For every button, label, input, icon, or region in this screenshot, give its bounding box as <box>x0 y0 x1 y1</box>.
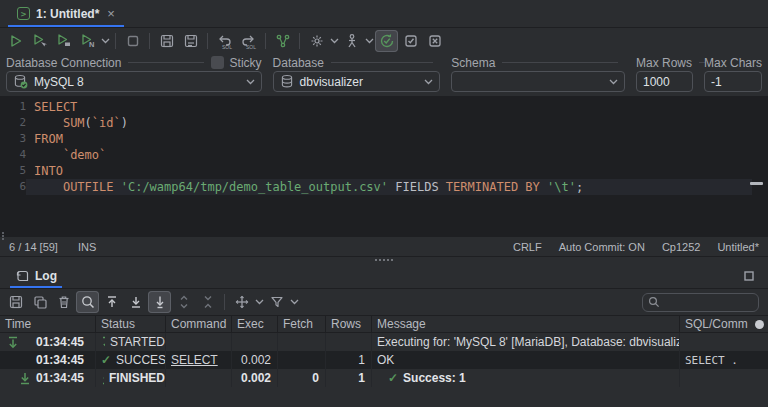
message-value: Success: 1 <box>403 371 466 385</box>
sql-keyword: BY <box>525 180 539 194</box>
chevron-down-icon <box>246 79 255 85</box>
panel-drag-handle-icon[interactable] <box>2 232 4 234</box>
database-select[interactable]: dbvisualizer <box>273 71 441 92</box>
find-log-button[interactable] <box>76 291 99 313</box>
toolbar-separator <box>224 294 225 310</box>
scrollbar-position-marker[interactable] <box>750 182 763 185</box>
line-number: 1 <box>0 99 26 115</box>
filter-button[interactable] <box>265 291 288 313</box>
code-line: 4 `demo` <box>0 147 752 163</box>
column-header-exec[interactable]: Exec <box>232 316 278 332</box>
max-chars-input[interactable] <box>711 75 755 89</box>
column-header-message[interactable]: Message <box>372 316 680 332</box>
save-button[interactable] <box>155 30 178 52</box>
schema-group: Schema <box>451 56 625 92</box>
schema-select[interactable] <box>451 71 625 92</box>
connection-select[interactable]: MySQL 8 <box>6 71 262 92</box>
client-session-chevron[interactable] <box>364 31 374 51</box>
autocommit-status[interactable]: Auto Commit: ON <box>559 241 645 253</box>
commit-button[interactable] <box>271 30 294 52</box>
finished-icon <box>19 372 31 385</box>
maximize-panel-button[interactable] <box>740 267 758 285</box>
chevron-down-icon <box>101 38 110 44</box>
divider <box>128 62 203 63</box>
filter-chevron[interactable] <box>289 292 299 312</box>
cell-sql <box>680 369 768 387</box>
autocommit-toggle-button[interactable] <box>375 30 398 52</box>
execute-explain-button[interactable]: N <box>76 30 99 52</box>
cell-exec: 0.002 <box>232 369 278 387</box>
line-number: 4 <box>0 147 26 163</box>
copy-log-button[interactable] <box>28 291 51 313</box>
database-value: dbvisualizer <box>300 75 419 89</box>
collapse-rows-button[interactable] <box>196 291 219 313</box>
stop-button[interactable] <box>121 30 144 52</box>
column-header-command[interactable]: Command <box>166 316 232 332</box>
sql-keyword: INTO <box>34 164 63 178</box>
toolbar-separator <box>115 33 116 49</box>
close-results-button[interactable] <box>423 30 446 52</box>
column-header-time[interactable]: Time <box>0 316 96 332</box>
svg-text:SQL: SQL <box>222 44 232 50</box>
line-ending[interactable]: CRLF <box>513 241 542 253</box>
log-row-finished[interactable]: 01:34:45 FINISHED 0.002 0 1 ✓ Success: 1 <box>0 369 768 387</box>
column-header-rows[interactable]: Rows <box>326 316 372 332</box>
sql-text <box>34 116 63 130</box>
cell-time: 01:34:45 <box>0 351 96 369</box>
fit-columns-chevron[interactable] <box>254 292 264 312</box>
sql-text <box>439 180 446 194</box>
execute-explain-icon: N <box>80 33 96 49</box>
sql-editor[interactable]: 1 SELECT 2 SUM(`id`) 3 FROM 4 `demo` 5 I… <box>0 96 768 237</box>
client-session-button[interactable] <box>340 30 363 52</box>
execute-options-chevron[interactable] <box>100 31 110 51</box>
table-settings-icon[interactable] <box>755 320 764 329</box>
sql-text: ( <box>85 116 92 130</box>
command-link[interactable]: SELECT <box>171 353 218 367</box>
fit-columns-button[interactable] <box>230 291 253 313</box>
log-row-started[interactable]: 01:34:45 STARTED Executing for: 'MySQL 8… <box>0 333 768 351</box>
tab-untitled[interactable]: > 1: Untitled* × <box>8 0 124 27</box>
max-rows-input[interactable] <box>643 75 686 89</box>
scroll-to-bottom-button[interactable] <box>124 291 147 313</box>
max-rows-label: Max Rows <box>636 56 692 70</box>
cell-status: ✓ SUCCESS <box>96 351 166 369</box>
line-number: 5 <box>0 163 26 179</box>
encoding[interactable]: Cp1252 <box>662 241 701 253</box>
redo-sql-button[interactable]: SQL <box>237 30 260 52</box>
execute-current-icon <box>32 33 48 49</box>
cell-rows: 1 <box>326 351 372 369</box>
column-header-status[interactable]: Status <box>96 316 166 332</box>
status-value: SUCCESS <box>116 353 166 367</box>
execute-buffer-button[interactable] <box>52 30 75 52</box>
clear-log-button[interactable] <box>52 291 75 313</box>
validate-sql-button[interactable] <box>399 30 422 52</box>
scroll-to-top-button[interactable] <box>100 291 123 313</box>
execute-button[interactable] <box>4 30 27 52</box>
svg-text:SQL: SQL <box>246 44 256 50</box>
max-rows-box <box>636 71 693 92</box>
log-panel-header: Log <box>0 263 768 289</box>
tab-log[interactable]: Log <box>10 263 62 288</box>
status-value: STARTED <box>110 335 165 349</box>
cell-command: SELECT <box>166 351 232 369</box>
cell-message: Executing for: 'MySQL 8' [MariaDB], Data… <box>372 333 680 351</box>
scroll-icon <box>15 269 29 283</box>
log-search-input[interactable] <box>664 296 753 308</box>
column-header-fetch[interactable]: Fetch <box>278 316 326 332</box>
sticky-checkbox[interactable] <box>211 56 224 69</box>
expand-rows-button[interactable] <box>172 291 195 313</box>
toolbar-separator <box>149 33 150 49</box>
log-row-success[interactable]: 01:34:45 ✓ SUCCESS SELECT 0.002 1 OK SEL… <box>0 351 768 369</box>
options-button[interactable] <box>305 30 328 52</box>
save-log-button[interactable] <box>4 291 27 313</box>
sql-text <box>34 180 63 194</box>
toolbar-separator <box>299 33 300 49</box>
undo-sql-button[interactable]: SQL <box>213 30 236 52</box>
execute-current-button[interactable] <box>28 30 51 52</box>
options-chevron[interactable] <box>329 31 339 51</box>
tail-log-toggle-button[interactable] <box>148 291 171 313</box>
cell-fetch <box>278 333 326 351</box>
save-as-button[interactable] <box>179 30 202 52</box>
tab-close-icon[interactable]: × <box>107 7 115 20</box>
fit-columns-icon <box>234 294 250 310</box>
